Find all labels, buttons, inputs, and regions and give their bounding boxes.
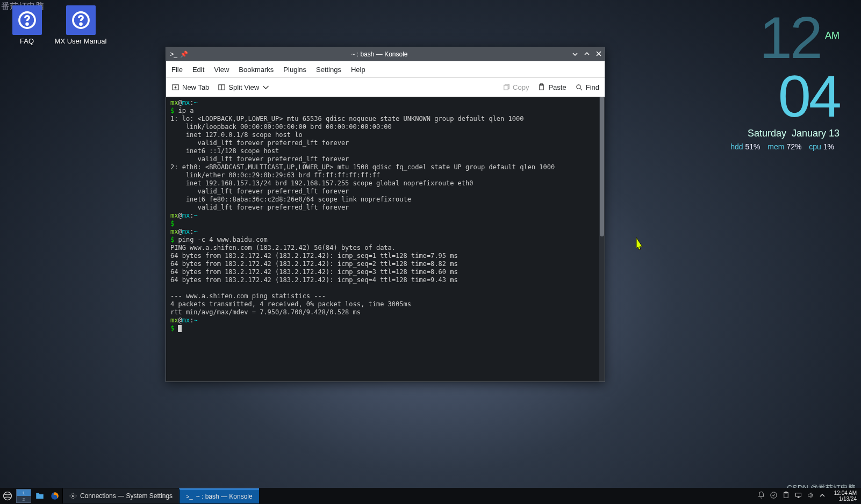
chevron-down-icon [262,83,270,91]
svg-rect-16 [795,493,801,496]
taskbar-file-manager-icon[interactable] [32,488,47,503]
svg-point-10 [4,492,12,500]
virtual-desktop-pager[interactable]: 12 [16,489,31,503]
menu-view[interactable]: View [214,66,229,74]
network-icon[interactable] [794,491,802,501]
menu-help[interactable]: Help [351,66,365,74]
find-button[interactable]: Find [575,83,599,91]
menu-plugins[interactable]: Plugins [283,66,306,74]
svg-point-3 [80,23,82,25]
konsole-window: >_ 📌 ~ : bash — Konsole File Edit View B… [166,47,605,382]
toolbar: New Tab Split View Copy Paste Find [166,77,605,97]
taskbar-task-label: Connections — System Settings [80,492,173,500]
scrollbar-thumb[interactable] [600,97,604,236]
close-button[interactable] [593,51,605,59]
settings-icon [69,492,77,500]
clock-day: Saturday [748,128,786,139]
paste-button[interactable]: Paste [537,83,566,91]
pin-icon[interactable]: 📌 [178,51,190,58]
system-tray [753,491,830,501]
question-icon [12,5,42,35]
menu-edit[interactable]: Edit [192,66,204,74]
svg-point-13 [771,492,777,498]
clock-date: January 13 [792,128,840,139]
desktop-icon-faq[interactable]: FAQ [0,5,54,45]
question-icon [66,5,96,35]
terminal-cursor [178,325,182,332]
desktop-clock-widget: 12 AM 04 Saturday January 13 hdd 51% mem… [730,21,840,151]
menubar: File Edit View Bookmarks Plugins Setting… [166,61,605,77]
maximize-button[interactable] [581,51,593,59]
tray-expand-icon[interactable] [819,492,826,500]
clock-minutes: 04 [730,69,840,123]
volume-icon[interactable] [807,491,815,501]
scrollbar[interactable] [599,97,605,381]
terminal-icon: >_ [186,493,193,500]
svg-point-1 [26,23,28,25]
terminal-output[interactable]: mx@mx:~ $ ip a 1: lo: <LOOPBACK,UP,LOWER… [166,97,599,381]
clock-stats: hdd 51% mem 72% cpu 1% [730,142,840,151]
svg-point-12 [72,495,74,497]
window-titlebar[interactable]: >_ 📌 ~ : bash — Konsole [166,47,605,61]
new-tab-button[interactable]: New Tab [171,83,209,91]
minimize-button[interactable] [569,51,581,59]
svg-point-9 [577,85,581,89]
svg-rect-6 [504,85,508,90]
menu-file[interactable]: File [171,66,183,74]
taskbar-firefox-icon[interactable] [47,488,62,503]
taskbar: 12 Connections — System Settings >_ ~ : … [0,488,861,504]
app-launcher-button[interactable] [0,488,15,503]
split-view-button[interactable]: Split View [218,83,270,91]
taskbar-clock[interactable]: 12:04 AM 1/13/24 [830,490,861,502]
menu-settings[interactable]: Settings [316,66,341,74]
clock-ampm: AM [825,30,840,41]
notifications-icon[interactable] [757,491,765,501]
desktop-icon-manual[interactable]: MX User Manual [54,5,107,45]
copy-button: Copy [502,83,529,91]
clock-hours: 12 [759,11,821,64]
taskbar-task-konsole[interactable]: >_ ~ : bash — Konsole [179,488,259,503]
window-title: ~ : bash — Konsole [190,51,569,58]
desktop-icon-label: FAQ [20,37,34,45]
updates-icon[interactable] [770,491,778,501]
taskbar-task-label: ~ : bash — Konsole [196,493,253,500]
taskbar-task-settings[interactable]: Connections — System Settings [62,488,179,503]
clipboard-icon[interactable] [782,491,790,501]
mouse-cursor-icon [633,236,646,255]
desktop-icon-label: MX User Manual [55,37,107,45]
terminal-icon: >_ [166,51,178,58]
menu-bookmarks[interactable]: Bookmarks [239,66,274,74]
